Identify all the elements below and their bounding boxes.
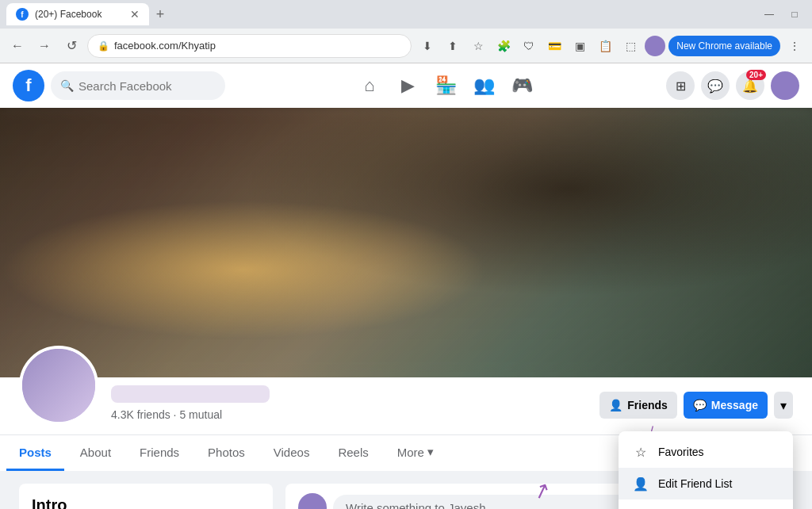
friends-count: 4.3K friends · 5 mutual <box>111 408 222 421</box>
window-controls: — □ <box>758 3 806 25</box>
toolbar-actions: ⬇ ⬆ ☆ 🧩 🛡 💳 ▣ 📋 ⬚ New Chrome available ⋮ <box>416 35 806 57</box>
message-button[interactable]: 💬 Message <box>684 392 768 419</box>
cover-photo <box>0 108 812 377</box>
notifications-button[interactable]: 🔔 20+ <box>736 71 764 100</box>
dropdown-favorites[interactable]: ☆ Favorites <box>619 436 793 468</box>
profile-section: 4.3K friends · 5 mutual 👤 Friends 💬 Mess… <box>0 377 812 434</box>
search-bar[interactable]: 🔍 <box>51 71 225 100</box>
new-tab-button[interactable]: + <box>149 3 171 25</box>
chrome-available-button[interactable]: New Chrome available <box>668 36 780 56</box>
nav-right: ⊞ 💬 🔔 20+ <box>666 71 799 100</box>
browser-title-bar: f (20+) Facebook ✕ + — □ <box>0 0 812 29</box>
facebook-app: f 🔍 ⌂ ▶ 🏪 👥 🎮 ⊞ 💬 🔔 20+ ↓ <box>0 63 812 509</box>
nav-home-icon[interactable]: ⌂ <box>352 68 387 103</box>
tab-friends[interactable]: Friends <box>127 436 192 471</box>
nav-groups-icon[interactable]: 👥 <box>466 68 501 103</box>
grid-menu-button[interactable]: ⊞ <box>666 71 695 100</box>
intro-title: Intro <box>32 496 260 509</box>
forward-button[interactable]: → <box>33 35 56 57</box>
browser-profile-button[interactable] <box>645 36 665 56</box>
profile-name-placeholder <box>111 385 270 403</box>
tab-videos[interactable]: Videos <box>261 436 323 471</box>
window-minimize-button[interactable]: — <box>758 3 780 25</box>
person-list-icon: 👤 <box>631 474 650 493</box>
extension-icon[interactable]: 🧩 <box>492 35 515 57</box>
dropdown-unfollow[interactable]: 👤 Unfollow <box>619 499 793 509</box>
friends-dropdown-menu: ☆ Favorites 👤 Edit Friend List 👤 Unfollo… <box>619 431 793 509</box>
search-icon: 🔍 <box>60 79 74 92</box>
person-icon: 👤 <box>609 399 622 411</box>
profile-avatar[interactable] <box>771 71 799 100</box>
tab-more[interactable]: More ▾ <box>385 435 446 471</box>
profile-actions: 👤 Friends 💬 Message ▾ <box>599 392 793 425</box>
wallet-icon[interactable]: 💳 <box>543 35 565 57</box>
messenger-icon: 💬 <box>693 399 707 411</box>
back-button[interactable]: ← <box>6 35 29 57</box>
settings-icon[interactable]: ⋮ <box>783 35 806 57</box>
messenger-button[interactable]: 💬 <box>701 71 730 100</box>
unfollow-icon: 👤 <box>631 506 650 509</box>
cover-scene <box>0 108 812 377</box>
side-panel-icon[interactable]: ⬚ <box>619 35 642 57</box>
browser-tab[interactable]: f (20+) Facebook ✕ <box>6 3 149 25</box>
tab-title: (20+) Facebook <box>35 9 124 20</box>
facebook-logo: f <box>13 70 44 101</box>
shield-icon[interactable]: 🛡 <box>518 35 540 57</box>
intro-card: Intro Writer/Storyteller/Dreamer Serious… <box>19 484 273 509</box>
refresh-button[interactable]: ↺ <box>60 35 82 57</box>
chevron-down-icon: ▾ <box>427 445 434 459</box>
secure-icon: 🔒 <box>98 40 109 52</box>
tab-favicon: f <box>16 8 29 21</box>
tab-group-icon[interactable]: ▣ <box>569 35 591 57</box>
nav-watch-icon[interactable]: ▶ <box>390 68 425 103</box>
browser-chrome: f (20+) Facebook ✕ + — □ ← → ↺ 🔒 faceboo… <box>0 0 812 63</box>
browser-toolbar: ← → ↺ 🔒 facebook.com/Khyatip ⬇ ⬆ ☆ 🧩 🛡 💳… <box>0 29 812 63</box>
tab-photos[interactable]: Photos <box>195 436 258 471</box>
download-icon[interactable]: ⬇ <box>416 35 439 57</box>
bookmark-icon[interactable]: ☆ <box>467 35 489 57</box>
window-restore-button[interactable]: □ <box>783 3 806 25</box>
reading-list-icon[interactable]: 📋 <box>594 35 616 57</box>
profile-picture <box>19 346 98 425</box>
nav-gaming-icon[interactable]: 🎮 <box>504 68 539 103</box>
composer-avatar <box>298 493 327 509</box>
url-text: facebook.com/Khyatip <box>114 40 401 52</box>
dropdown-edit-friend-list[interactable]: 👤 Edit Friend List <box>619 468 793 499</box>
star-icon: ☆ <box>631 442 650 461</box>
friends-button[interactable]: 👤 Friends <box>599 392 677 419</box>
notification-badge: 20+ <box>746 70 766 80</box>
tab-close-button[interactable]: ✕ <box>130 8 140 21</box>
tab-reels[interactable]: Reels <box>325 436 381 471</box>
tab-posts[interactable]: Posts <box>6 436 64 471</box>
chevron-down-icon: ▾ <box>780 398 787 413</box>
facebook-navbar: f 🔍 ⌂ ▶ 🏪 👥 🎮 ⊞ 💬 🔔 20+ <box>0 63 812 108</box>
share-icon[interactable]: ⬆ <box>442 35 464 57</box>
address-bar[interactable]: 🔒 facebook.com/Khyatip <box>87 34 412 58</box>
search-input[interactable] <box>79 79 205 93</box>
profile-info-row: 4.3K friends · 5 mutual 👤 Friends 💬 Mess… <box>19 377 793 434</box>
profile-pic-inner <box>22 349 95 422</box>
nav-center: ⌂ ▶ 🏪 👥 🎮 <box>225 68 666 103</box>
more-actions-button[interactable]: ▾ <box>774 392 793 419</box>
nav-marketplace-icon[interactable]: 🏪 <box>428 68 463 103</box>
profile-name-area: 4.3K friends · 5 mutual <box>111 385 587 425</box>
left-column: Intro Writer/Storyteller/Dreamer Serious… <box>19 484 273 509</box>
tab-about[interactable]: About <box>67 436 124 471</box>
